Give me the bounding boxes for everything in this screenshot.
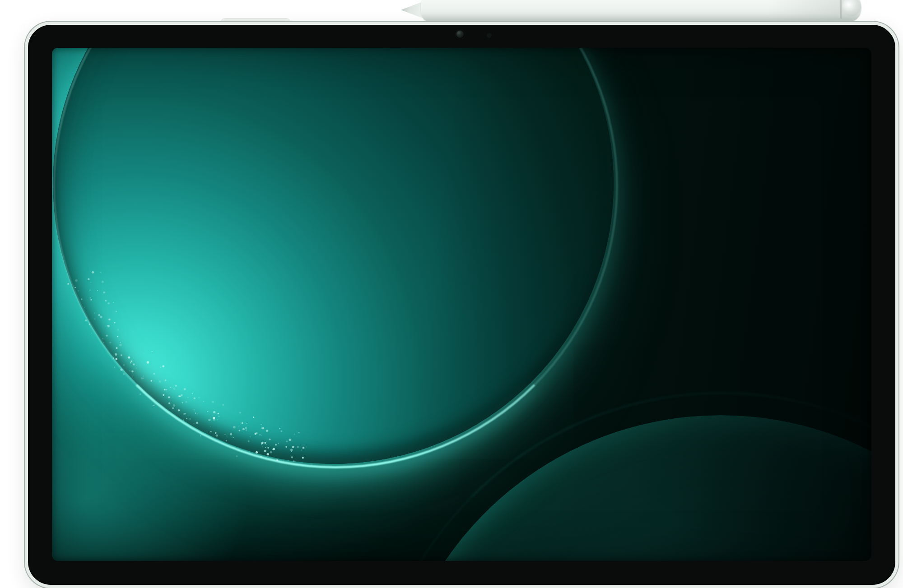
wallpaper-vignette [52, 48, 871, 561]
stylus [401, 0, 862, 22]
stylus-cap [842, 0, 861, 16]
product-photo-stage [0, 0, 903, 588]
tablet-body [25, 22, 898, 588]
stylus-cap-seam [840, 0, 842, 19]
light-sensor-icon [487, 33, 492, 38]
front-camera-icon [456, 30, 465, 39]
stylus-tip [401, 1, 424, 19]
tablet-screen [52, 48, 871, 561]
stylus-body [421, 0, 861, 21]
